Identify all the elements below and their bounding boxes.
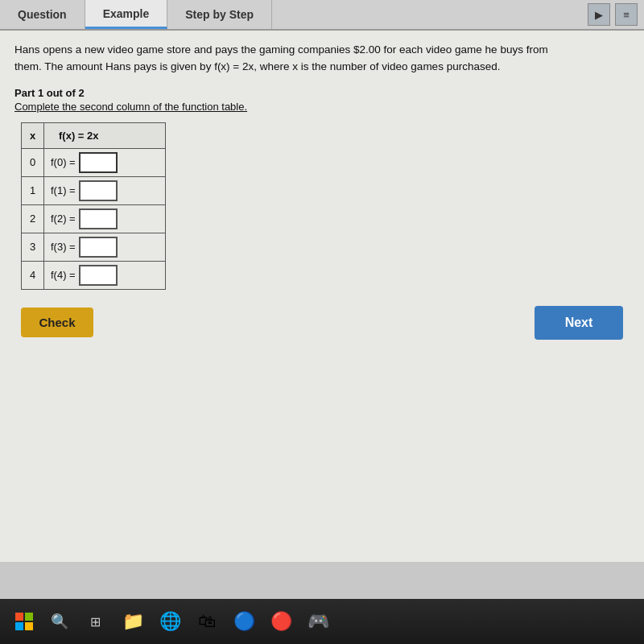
store-icon: 🛍	[198, 611, 216, 632]
function-table: x f(x) = 2x 0 f(0) =	[21, 122, 166, 290]
nav-step-by-step[interactable]: Step by Step	[167, 0, 272, 29]
fx-cell-1: f(1) =	[44, 176, 166, 204]
nav-step-label: Step by Step	[185, 8, 254, 21]
other-app-icon: 🎮	[308, 611, 329, 632]
windows-logo-icon	[15, 613, 33, 630]
ie-icon: 🔵	[233, 611, 255, 632]
fx-label-1: f(1) =	[51, 184, 76, 196]
x-value-1: 1	[22, 176, 44, 204]
top-nav: Question Example Step by Step ▶ ≡	[0, 0, 644, 31]
table-row: 3 f(3) =	[22, 233, 166, 261]
next-button[interactable]: Next	[535, 306, 623, 340]
taskbar-app-store[interactable]: 🛍	[192, 606, 222, 637]
fx-cell-4: f(4) =	[44, 261, 166, 289]
taskbar: 🔍 ⊞ 📁 🌐 🛍 🔵 🔴 🎮	[0, 599, 644, 644]
taskbar-app-other[interactable]: 🎮	[303, 606, 333, 637]
nav-icons: ▶ ≡	[588, 0, 644, 29]
nav-question-label: Question	[18, 8, 67, 21]
nav-example[interactable]: Example	[85, 0, 168, 29]
chrome-icon: 🔴	[270, 611, 292, 632]
fx-input-4[interactable]	[79, 265, 118, 286]
taskbar-search-button[interactable]: 🔍	[47, 609, 72, 634]
fx-input-1[interactable]	[79, 180, 118, 201]
fx-cell-2: f(2) =	[44, 204, 166, 233]
instruction-text: Complete the second column of the functi…	[14, 101, 630, 113]
fx-cell-0: f(0) =	[44, 148, 166, 176]
menu-icon-btn[interactable]: ≡	[615, 3, 638, 26]
table-row: 0 f(0) =	[22, 148, 166, 176]
taskbar-app-chrome[interactable]: 🔴	[266, 606, 296, 637]
x-value-4: 4	[22, 261, 44, 289]
check-button[interactable]: Check	[21, 308, 93, 337]
x-value-0: 0	[22, 148, 44, 176]
x-value-3: 3	[22, 233, 44, 261]
edge-icon: 🌐	[159, 611, 181, 632]
fx-input-0[interactable]	[79, 152, 118, 173]
nav-example-label: Example	[103, 7, 150, 20]
fx-cell-3: f(3) =	[44, 233, 166, 261]
table-row: 1 f(1) =	[22, 176, 166, 204]
taskbar-app-ie[interactable]: 🔵	[229, 606, 259, 637]
table-header-x: x	[22, 122, 44, 148]
x-value-2: 2	[22, 204, 44, 233]
problem-text: Hans opens a new video game store and pa…	[14, 42, 578, 76]
fx-label-4: f(4) =	[51, 269, 76, 281]
table-header-fx: f(x) = 2x	[44, 122, 166, 148]
taskbar-app-edge[interactable]: 🌐	[155, 606, 185, 637]
taskbar-app-explorer[interactable]: 📁	[118, 606, 148, 637]
fx-label-2: f(2) =	[51, 213, 76, 225]
table-row: 2 f(2) =	[22, 204, 166, 233]
part-label: Part 1 out of 2	[14, 87, 630, 99]
nav-question[interactable]: Question	[0, 0, 85, 29]
windows-start-button[interactable]	[8, 605, 40, 638]
buttons-row: Check Next	[14, 306, 630, 340]
fx-label-0: f(0) =	[51, 156, 76, 168]
search-icon: 🔍	[51, 613, 68, 630]
fx-input-2[interactable]	[79, 208, 118, 229]
table-row: 4 f(4) =	[22, 261, 166, 289]
task-view-icon: ⊞	[90, 614, 101, 630]
table-header-fx-label: f(x) = 2x	[59, 130, 99, 142]
play-icon-btn[interactable]: ▶	[588, 3, 610, 26]
fx-input-3[interactable]	[79, 237, 118, 258]
fx-label-3: f(3) =	[51, 241, 76, 253]
main-content: Hans opens a new video game store and pa…	[0, 31, 644, 562]
taskbar-task-view[interactable]: ⊞	[79, 605, 111, 638]
explorer-icon: 📁	[122, 611, 144, 632]
